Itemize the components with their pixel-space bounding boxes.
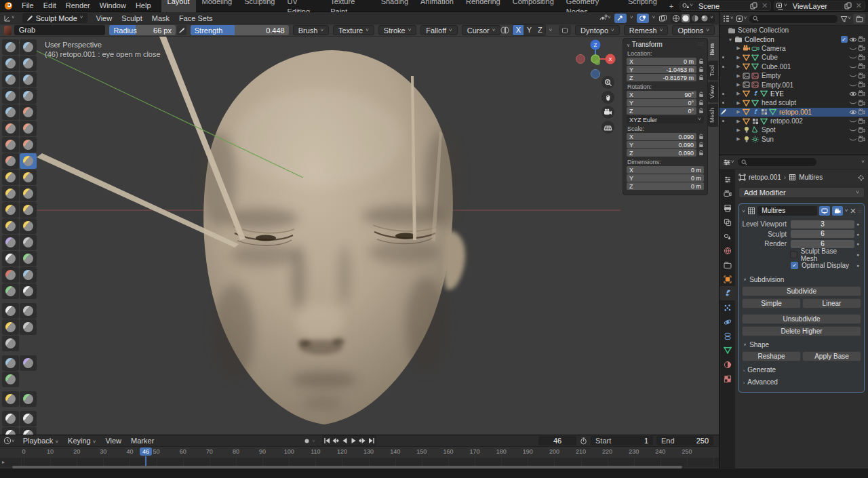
value-field[interactable]: Y-1.0453 m bbox=[627, 66, 696, 73]
value-field[interactable]: X90° bbox=[627, 91, 696, 98]
tool-box-trim[interactable] bbox=[20, 319, 37, 335]
properties-tab-view-layer[interactable] bbox=[719, 215, 735, 229]
value-field[interactable]: X0.090 bbox=[627, 133, 696, 140]
lock-icon[interactable] bbox=[698, 75, 704, 81]
tool-box-mask[interactable] bbox=[2, 303, 19, 319]
disable-render-toggle[interactable] bbox=[857, 127, 866, 134]
tool-nudge[interactable] bbox=[2, 202, 19, 218]
value-field[interactable]: Y0.090 bbox=[627, 141, 696, 148]
scene-name[interactable]: Scene bbox=[694, 2, 749, 10]
use-preview-range-icon[interactable] bbox=[580, 437, 587, 445]
properties-editor-icon[interactable]: ˅ bbox=[723, 159, 734, 166]
button-linear[interactable]: Linear bbox=[802, 298, 861, 308]
outliner-filter-icon[interactable]: ˅ bbox=[840, 16, 851, 22]
tool-pinch[interactable] bbox=[2, 153, 19, 169]
play-button[interactable] bbox=[349, 436, 358, 445]
play-reverse-button[interactable] bbox=[340, 436, 349, 445]
popover-texture[interactable]: Texture ˅ bbox=[333, 25, 374, 35]
tool-clay[interactable] bbox=[2, 56, 19, 71]
symmetry-axis-z[interactable]: Z bbox=[534, 25, 545, 35]
properties-tab-world[interactable] bbox=[719, 243, 735, 258]
lock-icon[interactable] bbox=[698, 66, 704, 73]
menu-edit[interactable]: Edit bbox=[39, 0, 61, 12]
button-unsubdivide[interactable]: Unsubdivide bbox=[742, 314, 861, 324]
modifier-drag-dots[interactable]: :: bbox=[859, 208, 861, 214]
tool-scale[interactable] bbox=[2, 427, 19, 435]
gizmos-toggle-icon[interactable] bbox=[614, 14, 627, 23]
tool-thumb[interactable] bbox=[2, 186, 19, 201]
modifier-render-toggle[interactable] bbox=[832, 206, 843, 216]
outliner-row-collection[interactable]: ▼Collection✓ bbox=[719, 35, 868, 43]
hide-viewport-toggle[interactable] bbox=[848, 45, 857, 52]
tool-rotate[interactable] bbox=[20, 411, 37, 426]
properties-tab-material[interactable] bbox=[719, 357, 735, 372]
new-scene-icon[interactable] bbox=[749, 2, 759, 9]
hide-viewport-toggle[interactable] bbox=[848, 109, 857, 115]
viewport-menu-sculpt[interactable]: Sculpt bbox=[117, 14, 147, 22]
properties-search-input[interactable] bbox=[737, 157, 817, 167]
outliner-row-eye[interactable]: ▶EYE bbox=[719, 89, 868, 98]
outliner-row-retopo-002[interactable]: ▶retopo.002 bbox=[719, 117, 868, 125]
properties-tab-output[interactable] bbox=[719, 201, 735, 215]
mode-dropdown[interactable]: Sculpt Mode˅ bbox=[22, 13, 87, 23]
viewlayer-name[interactable]: ViewLayer bbox=[789, 2, 843, 10]
next-keyframe-button[interactable] bbox=[358, 436, 367, 445]
value-field[interactable]: Z0 m bbox=[627, 182, 704, 190]
tool-transform[interactable] bbox=[20, 427, 37, 435]
value-field[interactable]: X0 m bbox=[627, 58, 696, 65]
hide-viewport-toggle[interactable] bbox=[848, 118, 857, 124]
button-delete-higher[interactable]: Delete Higher bbox=[742, 326, 861, 336]
properties-tab-constraints[interactable] bbox=[719, 329, 735, 343]
camera-view-button[interactable] bbox=[601, 106, 614, 119]
dyntopo-toggle-icon[interactable] bbox=[559, 25, 571, 35]
properties-tab-render[interactable] bbox=[719, 186, 735, 201]
object-visibility-icon[interactable]: ˅ bbox=[599, 14, 611, 22]
section-generate-collapsed[interactable]: ›Generate bbox=[743, 366, 861, 374]
n-tab-mesh[interactable]: Mesh bbox=[708, 104, 718, 127]
disable-render-toggle[interactable] bbox=[857, 73, 866, 79]
value-field[interactable]: 6 bbox=[791, 230, 854, 238]
tool-draw-face-sets[interactable] bbox=[20, 251, 37, 266]
viewport-3d[interactable]: User Perspective (46) retopo.001 : eye o… bbox=[0, 37, 719, 435]
disable-render-toggle[interactable] bbox=[857, 36, 866, 43]
new-viewlayer-icon[interactable] bbox=[843, 2, 853, 9]
outliner-row-cube[interactable]: ▶Cube bbox=[719, 53, 868, 62]
animate-dot[interactable]: ● bbox=[854, 232, 861, 237]
breadcrumb-object[interactable]: retopo.001 bbox=[749, 174, 781, 181]
disable-render-toggle[interactable] bbox=[857, 136, 866, 142]
value-field[interactable]: Z0° bbox=[627, 107, 696, 115]
auto-keying-icon[interactable] bbox=[301, 438, 312, 444]
timeline-track[interactable]: ▸ bbox=[0, 458, 719, 466]
radius-slider[interactable]: Radius66 px bbox=[109, 25, 176, 35]
popover-brush[interactable]: Brush ˅ bbox=[293, 25, 329, 35]
button-simple[interactable]: Simple bbox=[742, 298, 801, 308]
tool-layer[interactable] bbox=[20, 72, 37, 87]
playhead-frame-label[interactable]: 46 bbox=[140, 447, 152, 456]
tool-cloth-filter[interactable] bbox=[20, 355, 37, 371]
properties-tab-tool[interactable] bbox=[719, 172, 735, 186]
animate-dot[interactable]: ● bbox=[854, 263, 861, 268]
menu-help[interactable]: Help bbox=[131, 0, 156, 12]
outliner-row-empty-001[interactable]: ▶Empty.001 bbox=[719, 80, 868, 89]
n-tab-tool[interactable]: Tool bbox=[708, 61, 718, 81]
shading-solid-icon[interactable] bbox=[682, 14, 690, 22]
disable-render-toggle[interactable] bbox=[857, 45, 866, 52]
lock-icon[interactable] bbox=[698, 58, 704, 64]
tool-box-face-set[interactable] bbox=[2, 319, 19, 335]
frame-start-field[interactable]: Start1 bbox=[591, 436, 653, 445]
subdivide-button[interactable]: Subdivide bbox=[742, 286, 861, 296]
channel-expand-icon[interactable]: ▸ bbox=[2, 459, 5, 465]
new-collection-icon[interactable] bbox=[853, 14, 865, 24]
jump-to-end-button[interactable] bbox=[367, 436, 376, 445]
hide-viewport-toggle[interactable] bbox=[848, 73, 857, 79]
menu-file[interactable]: File bbox=[17, 0, 39, 12]
ortho-toggle-button[interactable] bbox=[601, 121, 614, 134]
hide-viewport-toggle[interactable] bbox=[848, 91, 857, 97]
pan-button[interactable] bbox=[601, 91, 614, 104]
breadcrumb-modifier[interactable]: Multires bbox=[799, 174, 823, 181]
n-tab-item[interactable]: Item bbox=[708, 39, 718, 60]
subdivision-section-header[interactable]: ∨Subdivision bbox=[743, 276, 861, 283]
add-modifier-button[interactable]: Add Modifier˅ bbox=[738, 187, 865, 198]
menu-render[interactable]: Render bbox=[61, 0, 95, 12]
disable-render-toggle[interactable] bbox=[857, 118, 866, 125]
